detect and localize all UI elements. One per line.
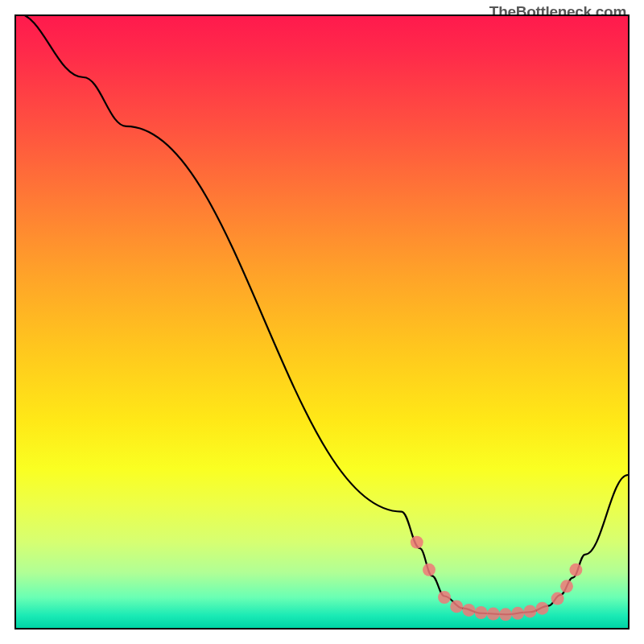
data-marker (560, 580, 573, 592)
data-marker (499, 608, 512, 621)
marker-group (411, 536, 583, 621)
data-marker (411, 536, 423, 549)
data-marker (450, 600, 463, 613)
data-marker (438, 591, 451, 604)
data-marker (536, 602, 549, 615)
plot-area (14, 14, 630, 630)
data-curve (16, 16, 628, 614)
data-marker (523, 605, 536, 618)
data-marker (475, 606, 488, 619)
bottleneck-chart: TheBottleneck.com (0, 0, 644, 644)
data-marker (462, 604, 475, 617)
data-marker (423, 564, 436, 576)
chart-svg (16, 16, 628, 628)
data-marker (569, 564, 582, 576)
data-marker (487, 608, 500, 621)
data-marker (551, 592, 564, 605)
data-marker (511, 607, 524, 620)
